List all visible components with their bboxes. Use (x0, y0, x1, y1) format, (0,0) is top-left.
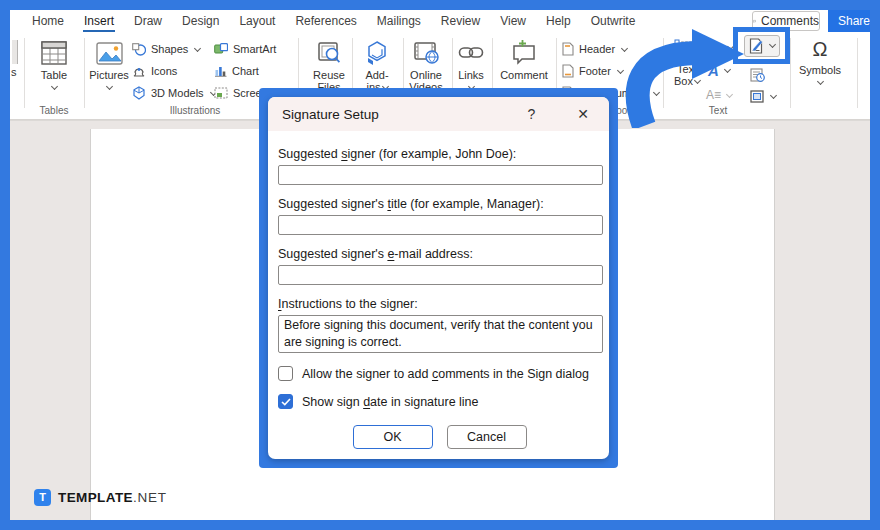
date-time-button[interactable] (750, 68, 765, 82)
suggested-signer-title-input[interactable] (278, 215, 603, 235)
smartart-icon (214, 43, 228, 55)
online-videos-button[interactable]: Online Videos (402, 32, 450, 93)
pictures-button[interactable]: Pictures (86, 32, 132, 89)
symbols-button[interactable]: Ω Symbols (796, 32, 844, 84)
table-icon (30, 39, 78, 67)
header-label: Header (579, 43, 615, 55)
shapes-button[interactable]: Shapes (132, 38, 216, 60)
dialog-body: Suggested signer (for example, John Doe)… (268, 131, 609, 449)
allow-comments-row: Allow the signer to add comments in the … (278, 366, 601, 381)
chart-button[interactable]: Chart (214, 60, 289, 82)
smartart-button[interactable]: SmartArt (214, 38, 289, 60)
footer-icon (562, 64, 574, 78)
comment-button[interactable]: Comment (494, 32, 554, 81)
object-button[interactable] (750, 90, 776, 103)
share-label: Share (838, 14, 870, 28)
comments-label: Comments (761, 14, 819, 28)
symbols-icon: Ω (796, 36, 844, 62)
3d-models-label: 3D Models (151, 87, 204, 99)
watermark-text: TEMPLATE.NET (58, 488, 167, 506)
reuse-files-label-1: Reuse (306, 69, 352, 81)
footer-label: Footer (579, 65, 611, 77)
table-button[interactable]: Table (30, 32, 78, 89)
online-videos-label-1: Online (402, 69, 450, 81)
ok-button[interactable]: OK (353, 425, 433, 449)
chart-label: Chart (232, 65, 259, 77)
tab-mailings[interactable]: Mailings (367, 10, 431, 32)
tab-insert[interactable]: Insert (74, 10, 124, 32)
comment-bubble-icon (753, 16, 756, 27)
reuse-files-icon (306, 39, 352, 67)
chevron-down-icon (50, 83, 57, 90)
date-time-icon (750, 68, 765, 82)
suggested-signer-title-label: Suggested signer's title (for example, M… (278, 197, 601, 211)
illustrations-column-a: Shapes Icons 3D Models (132, 38, 216, 104)
share-button[interactable]: Share (828, 10, 870, 32)
show-sign-date-label: Show sign date in signature line (302, 395, 479, 409)
add-ins-label-1: Add- (356, 69, 398, 81)
tab-review[interactable]: Review (431, 10, 490, 32)
allow-comments-label: Allow the signer to add comments in the … (302, 367, 589, 381)
group-divider (790, 38, 791, 108)
suggested-signer-email-input[interactable] (278, 265, 603, 285)
close-icon[interactable]: ✕ (577, 106, 589, 122)
comment-icon (494, 39, 554, 67)
symbols-label: Symbols (796, 64, 844, 76)
dialog-title: Signature Setup (282, 107, 527, 122)
chevron-down-icon (768, 41, 775, 48)
pictures-icon (86, 39, 132, 67)
watermark: T TEMPLATE.NET (34, 488, 167, 506)
tab-home[interactable]: Home (22, 10, 74, 32)
help-button[interactable]: ? (527, 106, 535, 122)
cancel-button[interactable]: Cancel (447, 425, 527, 449)
pages-group-partial-icon (12, 40, 18, 64)
chevron-down-icon (105, 83, 112, 90)
suggested-signer-label: Suggested signer (for example, John Doe)… (278, 147, 601, 161)
chevron-down-icon (194, 44, 201, 51)
pages-group-partial-label: s (11, 66, 17, 78)
tab-layout[interactable]: Layout (229, 10, 285, 32)
instructions-textarea[interactable]: Before signing this document, verify tha… (278, 315, 603, 353)
links-button[interactable]: Links (452, 32, 490, 89)
group-divider (84, 38, 85, 108)
signature-line-button[interactable] (744, 35, 780, 57)
pictures-label: Pictures (86, 69, 132, 81)
instructions-label: Instructions to the signer: (278, 297, 601, 311)
suggested-signer-input[interactable] (278, 165, 603, 185)
3d-models-button[interactable]: 3D Models (132, 82, 216, 104)
tables-group-label: Tables (24, 105, 84, 116)
icons-label: Icons (151, 65, 177, 77)
add-ins-icon (356, 39, 398, 67)
dialog-title-bar[interactable]: Signature Setup ? ✕ (268, 97, 609, 131)
reuse-files-button[interactable]: Reuse Files (306, 32, 352, 93)
table-label: Table (30, 69, 78, 81)
screenshot-icon (214, 87, 228, 99)
annotation-arrow (616, 24, 748, 132)
icons-icon (132, 65, 146, 78)
dialog-button-row: OK Cancel (278, 425, 601, 449)
online-videos-icon (402, 39, 450, 67)
dialog-annotation-border: Signature Setup ? ✕ Suggested signer (fo… (259, 88, 618, 468)
smartart-label: SmartArt (233, 43, 276, 55)
show-sign-date-row: Show sign date in signature line (278, 394, 601, 409)
add-ins-button[interactable]: Add- ins (356, 32, 398, 93)
allow-comments-checkbox[interactable] (278, 366, 293, 381)
show-sign-date-checkbox[interactable] (278, 394, 293, 409)
chart-icon (214, 65, 227, 77)
signature-line-icon (749, 38, 764, 54)
tab-draw[interactable]: Draw (124, 10, 172, 32)
group-divider (24, 38, 25, 108)
signature-setup-dialog: Signature Setup ? ✕ Suggested signer (fo… (268, 97, 609, 459)
shapes-label: Shapes (151, 43, 188, 55)
suggested-signer-email-label: Suggested signer's e-mail address: (278, 247, 601, 261)
tab-help[interactable]: Help (536, 10, 581, 32)
links-label: Links (452, 69, 490, 81)
template-net-logo-icon: T (34, 489, 51, 506)
shapes-icon (132, 43, 146, 56)
chevron-down-icon (816, 78, 823, 85)
icons-button[interactable]: Icons (132, 60, 216, 82)
tab-references[interactable]: References (285, 10, 366, 32)
tab-design[interactable]: Design (172, 10, 229, 32)
tab-view[interactable]: View (490, 10, 536, 32)
links-icon (452, 39, 490, 67)
